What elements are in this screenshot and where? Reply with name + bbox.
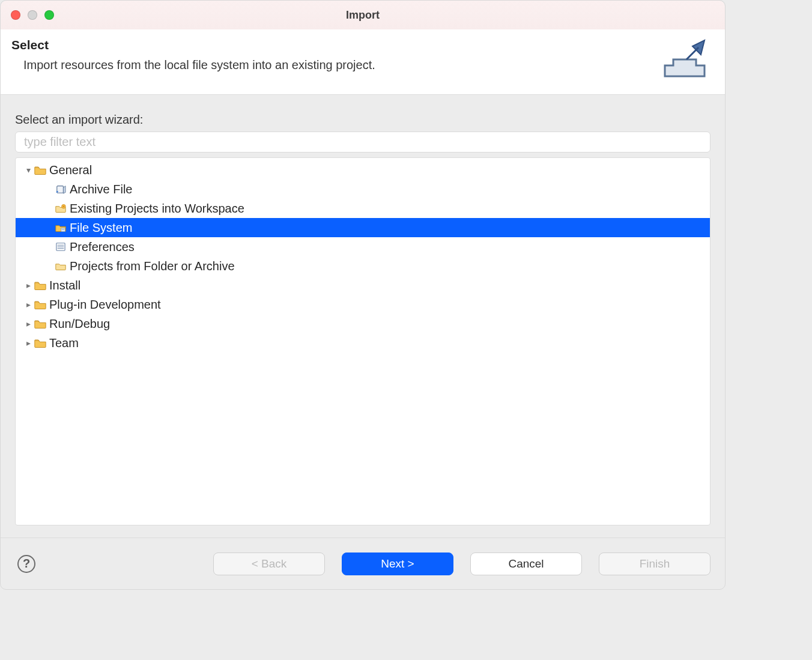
window-title: Import	[1, 9, 725, 22]
filter-input[interactable]	[15, 132, 710, 153]
dialog-footer: ? < Back Next > Cancel Finish	[1, 537, 725, 589]
window-zoom-button[interactable]	[44, 10, 54, 20]
chevron-right-icon[interactable]: ▸	[23, 338, 34, 348]
tree-item-projects-from-folder[interactable]: ▸Projects from Folder or Archive	[16, 256, 710, 276]
tree-item-label: File System	[70, 221, 132, 235]
import-icon	[658, 38, 712, 80]
cancel-button[interactable]: Cancel	[470, 553, 582, 575]
tree-category-plugin-dev[interactable]: ▸Plug-in Development	[16, 295, 710, 314]
filesystem-icon	[54, 223, 67, 232]
tree-category-label: Run/Debug	[49, 317, 110, 331]
tree-category-run-debug[interactable]: ▸Run/Debug	[16, 314, 710, 333]
tree-category-team[interactable]: ▸Team	[16, 333, 710, 353]
archive-icon	[54, 184, 67, 194]
project-icon	[54, 204, 67, 213]
wizard-tree[interactable]: ▾General▸Archive File▸Existing Projects …	[15, 157, 710, 525]
tree-category-label: Plug-in Development	[49, 298, 161, 312]
finish-button[interactable]: Finish	[599, 553, 710, 575]
tree-category-install[interactable]: ▸Install	[16, 276, 710, 295]
svg-line-0	[686, 47, 698, 59]
help-button[interactable]: ?	[17, 555, 35, 573]
chevron-right-icon[interactable]: ▸	[23, 300, 34, 309]
tree-item-preferences[interactable]: ▸Preferences	[16, 237, 710, 256]
chevron-down-icon[interactable]: ▾	[23, 165, 34, 175]
dialog-header: Select Import resources from the local f…	[1, 29, 725, 95]
prefs-icon	[54, 242, 67, 252]
next-button[interactable]: Next >	[342, 553, 453, 575]
tree-category-label: General	[49, 163, 92, 177]
chevron-right-icon[interactable]: ▸	[23, 319, 34, 328]
tree-item-label: Preferences	[70, 240, 135, 254]
window-close-button[interactable]	[11, 10, 20, 20]
folder-icon	[34, 300, 47, 309]
tree-category-label: Install	[49, 279, 80, 292]
back-button[interactable]: < Back	[213, 553, 325, 575]
tree-category-label: Team	[49, 336, 79, 350]
tree-category-general[interactable]: ▾General	[16, 160, 710, 180]
window-minimize-button[interactable]	[28, 10, 37, 20]
chevron-right-icon[interactable]: ▸	[23, 280, 34, 290]
tree-item-file-system[interactable]: ▸File System	[16, 218, 710, 237]
page-title: Select	[11, 38, 658, 52]
tree-item-label: Archive File	[70, 183, 132, 196]
tree-item-existing-projects[interactable]: ▸Existing Projects into Workspace	[16, 199, 710, 218]
tree-item-label: Existing Projects into Workspace	[70, 202, 244, 216]
folder-icon	[34, 165, 47, 175]
dialog-body: Select an import wizard: ▾General▸Archiv…	[1, 95, 725, 537]
tree-item-label: Projects from Folder or Archive	[70, 259, 235, 273]
wizard-select-label: Select an import wizard:	[15, 113, 710, 127]
folder-icon	[34, 338, 47, 348]
tree-item-archive-file[interactable]: ▸Archive File	[16, 180, 710, 199]
page-description: Import resources from the local file sys…	[23, 58, 658, 72]
titlebar: Import	[1, 1, 725, 29]
window-controls	[1, 10, 54, 20]
folder-icon	[54, 261, 67, 271]
folder-icon	[34, 280, 47, 290]
folder-icon	[34, 319, 47, 328]
